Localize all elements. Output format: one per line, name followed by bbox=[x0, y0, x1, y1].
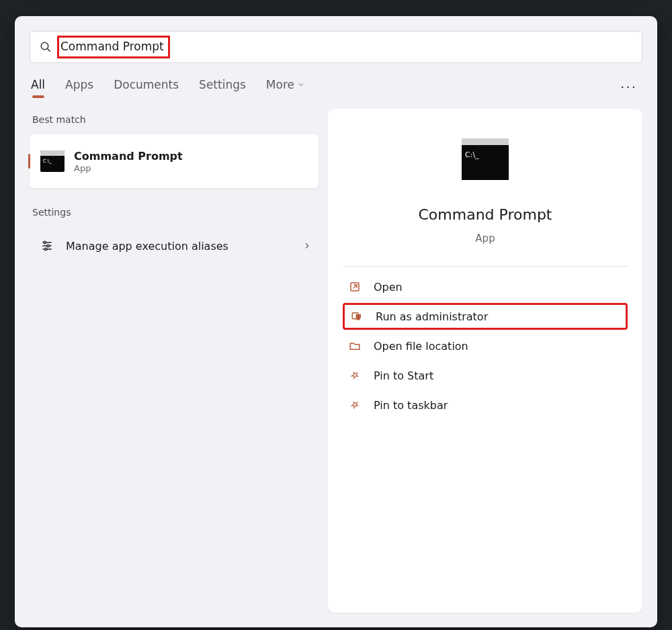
result-subtitle: App bbox=[74, 163, 183, 173]
command-prompt-icon-large: C:\_ bbox=[462, 138, 509, 182]
annotation-highlight-search: Command Prompt bbox=[57, 36, 170, 58]
admin-shield-icon bbox=[350, 310, 364, 323]
tab-label: All bbox=[31, 78, 45, 91]
best-match-header: Best match bbox=[30, 109, 319, 130]
action-label: Open bbox=[374, 281, 403, 294]
action-run-as-administrator[interactable]: Run as administrator bbox=[343, 303, 628, 330]
svg-line-16 bbox=[353, 285, 357, 288]
action-open-file-location[interactable]: Open file location bbox=[343, 332, 628, 359]
tab-label: Apps bbox=[65, 78, 93, 91]
tab-more[interactable]: More bbox=[266, 78, 305, 97]
tab-documents[interactable]: Documents bbox=[114, 78, 179, 97]
chevron-down-icon bbox=[297, 81, 305, 89]
tab-apps[interactable]: Apps bbox=[65, 78, 93, 97]
settings-item-label: Manage app execution aliases bbox=[66, 240, 290, 253]
search-text: Command Prompt bbox=[60, 40, 164, 53]
action-label: Pin to taskbar bbox=[374, 399, 448, 412]
open-icon bbox=[348, 280, 362, 294]
action-list: Open Run as administrator Ope bbox=[343, 273, 628, 418]
action-label: Pin to Start bbox=[374, 369, 433, 382]
svg-text:C:\_: C:\_ bbox=[43, 159, 52, 164]
detail-title: Command Prompt bbox=[419, 206, 552, 223]
action-label: Open file location bbox=[374, 340, 468, 353]
best-match-result[interactable]: C:\_ Command Prompt App bbox=[30, 134, 319, 188]
command-prompt-icon: C:\_ bbox=[40, 149, 65, 173]
pin-icon bbox=[348, 398, 362, 412]
svg-rect-13 bbox=[462, 138, 509, 145]
tab-label: Documents bbox=[114, 78, 179, 91]
action-label: Run as administrator bbox=[376, 310, 488, 323]
tab-label: More bbox=[266, 78, 294, 91]
detail-panel: C:\_ Command Prompt App Open bbox=[328, 109, 642, 613]
settings-header: Settings bbox=[30, 201, 319, 223]
results-column: Best match C:\_ Command Prompt App Setti… bbox=[30, 109, 319, 613]
tab-all[interactable]: All bbox=[31, 78, 45, 97]
svg-text:C:\_: C:\_ bbox=[465, 150, 479, 159]
tab-label: Settings bbox=[199, 78, 246, 91]
action-pin-to-taskbar[interactable]: Pin to taskbar bbox=[343, 392, 628, 418]
svg-line-1 bbox=[48, 49, 50, 52]
detail-subtitle: App bbox=[475, 232, 495, 244]
more-options-button[interactable]: ··· bbox=[616, 78, 641, 97]
settings-icon bbox=[40, 239, 54, 253]
windows-search-panel: Command Prompt All Apps Documents Settin… bbox=[15, 16, 657, 627]
svg-point-9 bbox=[44, 241, 46, 243]
result-title: Command Prompt bbox=[74, 150, 183, 163]
pin-icon bbox=[348, 369, 362, 382]
chevron-right-icon bbox=[302, 241, 312, 251]
svg-point-0 bbox=[41, 42, 48, 50]
divider bbox=[343, 266, 628, 267]
folder-icon bbox=[348, 339, 362, 353]
svg-point-11 bbox=[45, 248, 47, 250]
tab-settings[interactable]: Settings bbox=[199, 78, 246, 97]
search-icon bbox=[40, 41, 52, 53]
search-box[interactable]: Command Prompt bbox=[30, 31, 642, 63]
settings-item-manage-aliases[interactable]: Manage app execution aliases bbox=[30, 227, 319, 265]
svg-point-10 bbox=[47, 244, 49, 246]
filter-tabs-row: All Apps Documents Settings More ··· bbox=[30, 78, 642, 97]
svg-rect-4 bbox=[40, 154, 65, 156]
action-open[interactable]: Open bbox=[343, 273, 628, 300]
action-pin-to-start[interactable]: Pin to Start bbox=[343, 362, 628, 389]
